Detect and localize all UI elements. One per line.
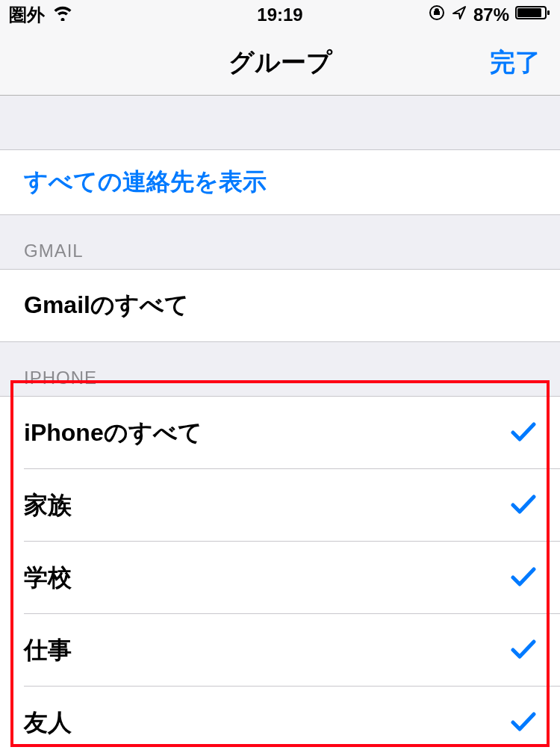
wifi-icon [52,4,73,25]
check-icon [511,421,536,445]
check-icon [511,639,536,663]
show-all-contacts-label: すべての連絡先を表示 [24,166,267,199]
show-all-contacts-button[interactable]: すべての連絡先を表示 [0,149,560,215]
group-label: 友人 [24,707,72,740]
content: すべての連絡先を表示 GMAIL Gmailのすべて IPHONE iPhone… [0,96,560,753]
group-row-friends[interactable]: 友人 [0,687,560,753]
rotation-lock-icon [429,4,445,25]
status-bar: 圏外 19:19 87% [0,0,560,30]
location-icon [451,4,467,25]
group-label: 家族 [24,489,72,522]
group-row-family[interactable]: 家族 [0,469,560,542]
group-label: 学校 [24,562,72,595]
gmail-section-label: GMAIL [24,241,84,261]
check-icon [511,711,536,735]
status-time: 19:19 [257,4,302,25]
check-icon [511,566,536,590]
iphone-group-section: iPhoneのすべて 家族 学校 仕事 友人 [0,396,560,753]
done-button[interactable]: 完了 [490,46,541,80]
iphone-section-label: IPHONE [24,368,97,388]
gmail-group-section: Gmailのすべて [0,269,560,342]
status-left: 圏外 [9,3,73,27]
group-row-school[interactable]: 学校 [0,542,560,614]
group-label: iPhoneのすべて [24,417,202,450]
spacer [0,96,560,149]
nav-bar: グループ 完了 [0,30,560,96]
carrier-label: 圏外 [9,3,45,27]
status-right: 87% [429,4,551,25]
group-label: 仕事 [24,634,72,667]
svg-rect-2 [517,8,541,17]
battery-icon [515,4,551,25]
group-row-gmail-all[interactable]: Gmailのすべて [0,270,560,342]
gmail-section-header: GMAIL [0,215,560,269]
group-label: Gmailのすべて [24,289,189,322]
group-row-iphone-all[interactable]: iPhoneのすべて [0,397,560,469]
page-title: グループ [228,46,332,80]
battery-percent: 87% [473,4,509,25]
iphone-section-header: IPHONE [0,342,560,396]
check-icon [511,494,536,518]
group-row-work[interactable]: 仕事 [0,614,560,687]
svg-rect-3 [547,10,550,15]
